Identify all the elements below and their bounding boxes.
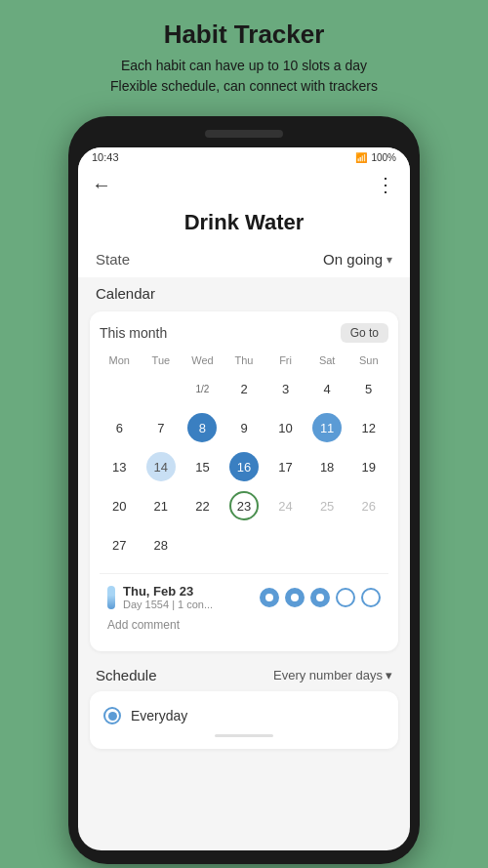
day-date: Thu, Feb 23	[123, 584, 252, 599]
phone-shell: 10:43 📶 100% ← ⋮ Drink Water State On go…	[68, 116, 420, 864]
cal-day-27[interactable]: 27	[100, 526, 140, 563]
cal-cell-empty-1	[100, 370, 140, 407]
cal-day-18[interactable]: 18	[307, 448, 347, 485]
schedule-label: Schedule	[96, 667, 157, 683]
cal-day-11[interactable]: 11	[307, 409, 347, 446]
water-icon	[107, 586, 115, 609]
cal-day-6[interactable]: 6	[100, 409, 140, 446]
phone-notch	[205, 130, 283, 138]
calendar-section-label: Calendar	[78, 277, 410, 306]
day-detail: Thu, Feb 23 Day 1554 | 1 con... Add comm…	[100, 573, 388, 640]
day-header-thu: Thu	[224, 352, 264, 368]
state-dropdown-arrow: ▾	[386, 253, 392, 267]
schedule-card: Everyday	[90, 691, 398, 749]
cal-empty-r5-3	[183, 526, 223, 563]
cal-day-24: 24	[265, 487, 305, 524]
back-button[interactable]: ←	[92, 174, 111, 196]
cal-day-3[interactable]: 3	[265, 370, 305, 407]
cal-day-2[interactable]: 2	[224, 370, 264, 407]
habit-dot-3[interactable]	[310, 588, 330, 607]
cal-cell-1-2[interactable]: 1/2	[183, 370, 223, 407]
day-info: Thu, Feb 23 Day 1554 | 1 con...	[123, 584, 252, 610]
habit-dot-5[interactable]	[361, 588, 381, 607]
cal-day-7[interactable]: 7	[142, 409, 182, 446]
cal-empty-r5-4	[224, 526, 264, 563]
page-title: Drink Water	[78, 202, 410, 247]
cal-day-28[interactable]: 28	[142, 526, 182, 563]
cal-day-8[interactable]: 8	[183, 409, 223, 446]
day-sub: Day 1554 | 1 con...	[123, 599, 252, 610]
cal-day-5[interactable]: 5	[348, 370, 388, 407]
cal-day-15[interactable]: 15	[183, 448, 223, 485]
calendar-grid: Mon Tue Wed Thu Fri Sat Sun 1/2 2 3	[100, 352, 388, 563]
habit-dot-2[interactable]	[285, 588, 305, 607]
cal-day-21[interactable]: 21	[142, 487, 182, 524]
app-title: Habit Tracker	[164, 20, 325, 50]
status-bar: 10:43 📶 100%	[78, 147, 410, 167]
status-time: 10:43	[92, 151, 119, 163]
radio-everyday[interactable]	[103, 707, 121, 724]
cal-day-12[interactable]: 12	[348, 409, 388, 446]
cal-day-19[interactable]: 19	[348, 448, 388, 485]
month-label: This month	[100, 325, 167, 341]
day-header-mon: Mon	[100, 352, 140, 368]
day-detail-row: Thu, Feb 23 Day 1554 | 1 con...	[107, 584, 381, 610]
state-label: State	[96, 251, 130, 268]
cal-day-1-2: 1/2	[195, 372, 209, 405]
day-header-sun: Sun	[348, 352, 388, 368]
schedule-divider	[215, 734, 273, 737]
schedule-value-text: Every number days	[273, 668, 383, 682]
cal-day-26: 26	[348, 487, 388, 524]
calendar-header: This month Go to	[100, 323, 388, 343]
phone-screen: 10:43 📶 100% ← ⋮ Drink Water State On go…	[78, 147, 410, 850]
state-dropdown[interactable]: On going ▾	[323, 251, 392, 268]
day-header-sat: Sat	[307, 352, 347, 368]
cal-day-20[interactable]: 20	[100, 487, 140, 524]
cal-day-17[interactable]: 17	[265, 448, 305, 485]
cal-day-16[interactable]: 16	[224, 448, 264, 485]
cal-day-10[interactable]: 10	[265, 409, 305, 446]
schedule-option-everyday[interactable]: Everyday	[103, 703, 385, 728]
cal-day-4[interactable]: 4	[307, 370, 347, 407]
cal-day-25: 25	[307, 487, 347, 524]
day-header-wed: Wed	[183, 352, 223, 368]
state-row: State On going ▾	[78, 247, 410, 277]
cal-day-14[interactable]: 14	[142, 448, 182, 485]
day-header-tue: Tue	[142, 352, 182, 368]
habit-dot-4[interactable]	[336, 588, 355, 607]
cal-day-23[interactable]: 23	[224, 487, 264, 524]
cal-empty-r5-5	[265, 526, 305, 563]
top-nav: ← ⋮	[78, 167, 410, 202]
app-subtitle: Each habit can have up to 10 slots a day…	[110, 56, 378, 97]
status-right: 📶 100%	[355, 152, 396, 163]
radio-everyday-inner	[108, 712, 117, 721]
habit-dots	[260, 588, 381, 607]
calendar-card: This month Go to Mon Tue Wed Thu Fri Sat…	[90, 311, 398, 651]
more-button[interactable]: ⋮	[376, 173, 396, 196]
goto-button[interactable]: Go to	[341, 323, 388, 343]
schedule-row: Schedule Every number days ▾	[78, 657, 410, 687]
schedule-everyday-label: Everyday	[131, 708, 187, 723]
add-comment[interactable]: Add comment	[107, 616, 381, 634]
habit-dot-1[interactable]	[260, 588, 279, 607]
cal-day-9[interactable]: 9	[224, 409, 264, 446]
state-value-text: On going	[323, 251, 383, 268]
cal-day-13[interactable]: 13	[100, 448, 140, 485]
signal-icon: 📶	[355, 152, 367, 163]
cal-empty-r5-6	[307, 526, 347, 563]
schedule-dropdown-arrow: ▾	[386, 668, 392, 682]
cal-empty-r5-7	[348, 526, 388, 563]
battery-text: 100%	[371, 152, 396, 163]
cal-day-22[interactable]: 22	[183, 487, 223, 524]
cal-cell-empty-2	[142, 370, 182, 407]
schedule-dropdown[interactable]: Every number days ▾	[273, 668, 392, 682]
day-header-fri: Fri	[265, 352, 305, 368]
